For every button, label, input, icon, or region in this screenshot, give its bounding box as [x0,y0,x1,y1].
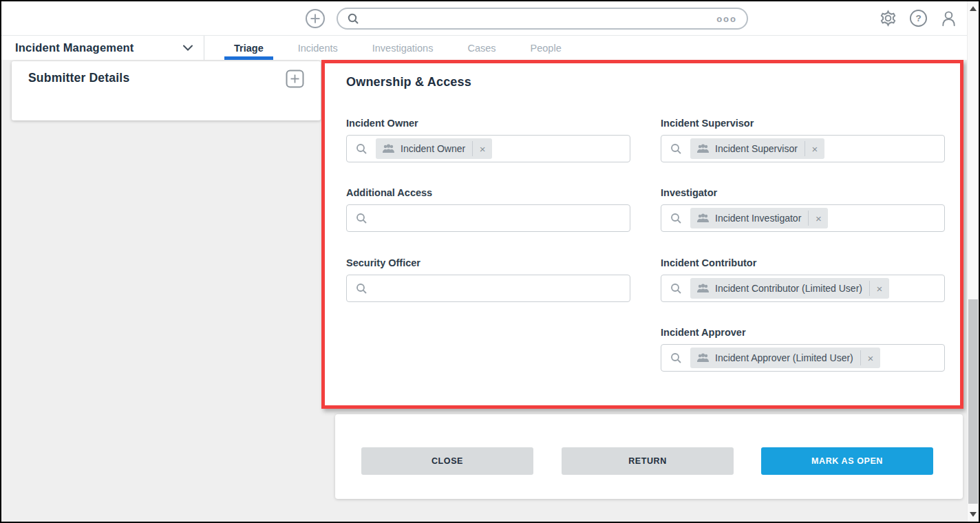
field-label: Security Officer [346,257,630,268]
chip-label: Incident Contributor (Limited User) [715,283,862,294]
top-bar: ooo ? [1,1,979,36]
tab-people[interactable]: People [522,36,570,60]
search-icon [356,283,368,295]
tab-strip: Triage Incidents Investigations Cases Pe… [217,36,579,60]
field-label: Additional Access [346,187,630,198]
chip-remove-icon[interactable]: × [473,138,492,159]
vertical-scrollbar[interactable] [967,1,979,522]
action-footer-panel: CLOSE RETURN MARK AS OPEN [335,414,963,499]
create-new-icon[interactable] [305,8,326,29]
security-officer-field[interactable] [346,275,630,302]
tab-cases[interactable]: Cases [459,36,504,60]
svg-text:?: ? [915,13,921,23]
search-icon [670,283,682,295]
tab-investigations[interactable]: Investigations [364,36,442,60]
chip-label: Incident Owner [401,143,465,154]
group-icon [696,284,710,294]
selected-role-chip: Incident Investigator × [690,208,828,228]
field-group-investigator: Investigator Incident Investigator [661,187,945,232]
scrollbar-thumb[interactable] [968,299,978,504]
chip-remove-icon[interactable]: × [861,348,880,368]
selected-role-chip: Incident Owner × [376,138,492,159]
field-label: Incident Approver [661,327,945,338]
field-group-incident-owner: Incident Owner Incident Owner [346,118,630,162]
gear-icon[interactable] [879,9,897,28]
tab-triage[interactable]: Triage [226,36,272,60]
incident-owner-field[interactable]: Incident Owner × [346,135,630,162]
content-area: Submitter Details Ownership & Access Inc… [1,60,979,522]
search-icon [670,213,682,224]
expand-plus-icon[interactable] [286,70,304,88]
search-icon [348,13,359,25]
field-label: Incident Contributor [661,257,945,268]
incident-supervisor-field[interactable]: Incident Supervisor × [661,135,945,162]
global-search[interactable]: ooo [337,8,748,30]
group-icon [696,213,710,224]
search-icon [670,352,682,364]
field-group-additional-access: Additional Access [346,187,630,232]
selected-role-chip: Incident Approver (Limited User) × [690,348,880,368]
mark-as-open-button[interactable]: MARK AS OPEN [761,447,933,475]
field-group-security-officer: Security Officer [346,257,630,302]
search-overflow-indicator[interactable]: ooo [716,14,737,24]
search-icon [670,143,682,155]
app-window: ooo ? Incident Management [0,0,980,523]
chevron-down-icon [183,45,193,51]
tab-incidents[interactable]: Incidents [290,36,346,60]
chip-remove-icon[interactable]: × [870,278,889,299]
incident-approver-field[interactable]: Incident Approver (Limited User) × [661,344,945,372]
ownership-access-panel: Ownership & Access Incident Owner [321,60,963,409]
group-icon [696,353,710,363]
profile-icon[interactable] [939,9,958,28]
submitter-details-card: Submitter Details [12,61,321,120]
submitter-details-title: Submitter Details [28,71,304,85]
selected-role-chip: Incident Contributor (Limited User) × [690,278,889,299]
chip-remove-icon[interactable]: × [809,208,828,228]
incident-contributor-field[interactable]: Incident Contributor (Limited User) × [661,275,945,302]
scroll-down-icon[interactable] [970,512,977,517]
return-button[interactable]: RETURN [562,447,734,475]
field-group-incident-contributor: Incident Contributor Incident Cont [661,257,945,302]
panel-title: Ownership & Access [346,75,471,89]
field-label: Incident Supervisor [661,118,945,129]
chip-remove-icon[interactable]: × [805,138,824,159]
field-group-incident-supervisor: Incident Supervisor Incident Super [661,118,945,162]
nav-bar: Incident Management Triage Incidents Inv… [1,36,979,60]
group-icon [382,144,395,154]
top-bar-actions: ? [879,9,958,28]
chip-label: Incident Supervisor [715,143,798,154]
global-search-input[interactable] [366,13,716,24]
additional-access-field[interactable] [346,204,630,232]
search-icon [356,143,368,155]
group-icon [696,144,710,154]
field-label: Incident Owner [346,118,630,129]
app-title: Incident Management [15,41,134,54]
chip-label: Incident Approver (Limited User) [715,352,853,363]
field-label: Investigator [661,187,945,198]
help-icon[interactable]: ? [909,9,928,28]
investigator-field[interactable]: Incident Investigator × [661,204,945,232]
chip-label: Incident Investigator [715,213,801,224]
scroll-up-icon[interactable] [970,6,977,11]
search-icon [356,213,368,224]
field-group-incident-approver: Incident Approver Incident Approve [661,327,945,372]
close-button[interactable]: CLOSE [361,447,533,475]
selected-role-chip: Incident Supervisor × [690,138,824,159]
app-selector-dropdown[interactable]: Incident Management [1,36,204,60]
